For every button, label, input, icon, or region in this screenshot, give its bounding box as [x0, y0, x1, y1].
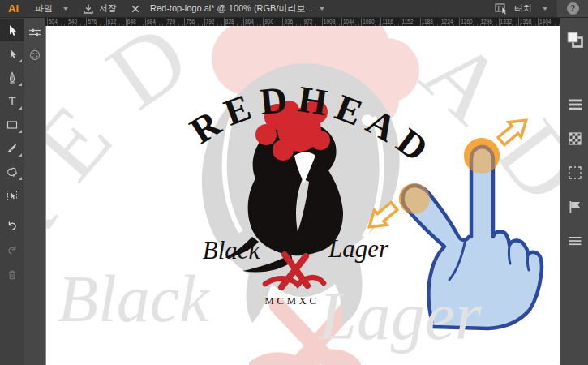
ruler-tick-label: 1332: [500, 19, 512, 24]
workspace-switcher-icon[interactable]: [495, 2, 509, 15]
tool-free-transform[interactable]: [0, 184, 24, 206]
fill-stroke-indicator[interactable]: [560, 28, 588, 52]
panel-strip: [560, 18, 588, 365]
logo-year: MCMXC: [264, 294, 319, 307]
ruler-tick-label: 864: [245, 19, 254, 24]
help-zone: ?: [557, 0, 588, 17]
ruler-tick-label: 648: [127, 19, 136, 24]
ruler-tick-label: 1116: [382, 19, 393, 24]
help-button[interactable]: ?: [567, 2, 579, 15]
titlebar: Ai 파일 저장 Red-top-logo.ai* @ 100% (RGB/미리…: [0, 0, 588, 18]
ruler-tick-label: 756: [186, 19, 195, 24]
touch-ring-thumb-overlay: [399, 183, 430, 214]
tool-rectangle[interactable]: [0, 114, 24, 135]
tools-panel: T: [0, 18, 24, 365]
file-menu[interactable]: 파일: [35, 2, 53, 15]
libraries-icon[interactable]: [560, 195, 588, 219]
ruler-tick-label: 540: [68, 19, 77, 24]
delete-button[interactable]: [0, 264, 24, 286]
stroke-panel-icon[interactable]: [560, 92, 588, 117]
subtool-indicator: [19, 106, 22, 110]
ruler-tick-label: 1080: [363, 19, 374, 24]
save-icon: [83, 3, 94, 15]
workspace-label[interactable]: 터치: [514, 2, 532, 15]
ruler-tick-label: 1188: [422, 19, 433, 24]
close-document-icon[interactable]: [131, 5, 139, 13]
save-button[interactable]: 저장: [83, 2, 117, 15]
ruler-tick-label: 1044: [343, 19, 354, 24]
ruler-tick-label: 1008: [324, 19, 335, 24]
ruler-tick-label: 612: [108, 19, 117, 24]
tool-direct-selection[interactable]: [0, 43, 24, 65]
subtool-indicator: [19, 130, 22, 133]
subtool-indicator: [19, 59, 22, 62]
arrow-up-right: [495, 117, 532, 148]
logo-word-black: Black: [203, 236, 261, 264]
tool-pen[interactable]: [0, 67, 24, 88]
file-menu-caret-icon[interactable]: [63, 7, 68, 11]
ruler-tick-label: 1404: [539, 19, 551, 24]
ruler[interactable]: 5045405766126486847207567928288649009369…: [45, 18, 560, 26]
ruler-tick-label: 972: [304, 19, 313, 24]
tool-type[interactable]: T: [0, 90, 24, 112]
panel-menu-icon[interactable]: [560, 229, 588, 253]
ruler-tick-label: 1296: [480, 19, 491, 24]
ruler-tick-label: 1260: [461, 19, 472, 24]
ruler-tick-label: 576: [88, 19, 97, 24]
workspace-caret-icon[interactable]: [543, 7, 547, 11]
ruler-tick-label: 936: [284, 19, 293, 24]
artboard-edge: [46, 363, 560, 363]
tool-selection[interactable]: [0, 19, 24, 41]
illustrator-window: Ai 파일 저장 Red-top-logo.ai* @ 100% (RGB/미리…: [0, 0, 588, 365]
arrow-down-left: [367, 199, 401, 234]
app-logo: Ai: [8, 2, 19, 15]
document-title-tab[interactable]: Red-top-logo.ai* @ 100% (RGB/미리보...: [150, 2, 313, 15]
undo-button[interactable]: [0, 215, 24, 237]
svg-text:T: T: [9, 95, 16, 107]
artboard-panel-icon[interactable]: [560, 161, 588, 185]
ruler-tick-label: 1152: [402, 19, 414, 24]
secondary-tools-panel: [24, 18, 45, 365]
subtool-indicator: [19, 83, 22, 86]
zoom-out-arrows: [367, 117, 532, 234]
ruler-tick-label: 1368: [520, 19, 531, 24]
ruler-tick-label: 792: [206, 19, 215, 24]
ruler-tick-label: 720: [166, 19, 175, 24]
touch-ring-index-overlay: [464, 138, 500, 174]
watermark-word-lager: Lager: [319, 282, 482, 350]
redo-button[interactable]: [0, 239, 24, 261]
ruler-tick-label: 828: [225, 19, 234, 24]
subtool-indicator: [19, 153, 22, 157]
document-caret-icon[interactable]: [320, 7, 324, 11]
subtool-indicator: [19, 177, 22, 180]
color-panel-icon[interactable]: [24, 45, 45, 65]
ruler-tick-label: 684: [147, 19, 156, 24]
ruler-tick-label: 504: [49, 19, 58, 24]
tool-options-button[interactable]: [24, 23, 45, 42]
ruler-tick-label: 900: [264, 19, 273, 24]
transparency-panel-icon[interactable]: [560, 127, 588, 151]
tool-shaper[interactable]: [0, 161, 24, 182]
ruler-tick-label: 1224: [441, 19, 453, 24]
save-label: 저장: [99, 2, 117, 15]
tool-paintbrush[interactable]: [0, 137, 24, 159]
artboard-canvas[interactable]: REDHEAD Black: [45, 26, 560, 365]
